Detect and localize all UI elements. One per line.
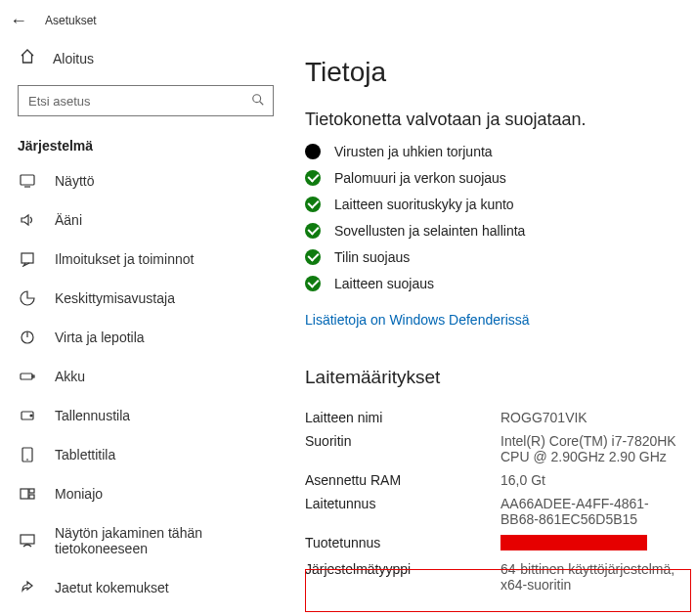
sidebar-item-battery[interactable]: Akku (0, 357, 291, 396)
svg-line-1 (260, 101, 264, 105)
svg-rect-2 (21, 175, 34, 185)
spec-device-id: Laitetunnus AA66ADEE-A4FF-4861-BB68-861E… (305, 492, 686, 531)
sidebar: Aloitus Etsi asetus Järjestelmä Näyttö Ä… (0, 41, 291, 616)
sidebar-item-sound[interactable]: Ääni (0, 200, 291, 240)
home-label: Aloitus (53, 51, 94, 66)
spec-device-name: Laitteen nimi ROGG701VIK (305, 406, 686, 429)
back-icon[interactable]: ← (10, 11, 27, 31)
sidebar-item-projecting[interactable]: Näytön jakaminen tähän tietokoneeseen (0, 513, 291, 568)
sidebar-item-storage[interactable]: Tallennustila (0, 396, 291, 435)
home-button[interactable]: Aloitus (0, 41, 291, 75)
svg-rect-15 (29, 495, 34, 499)
display-icon (20, 173, 35, 189)
status-device: Laitteen suojaus (305, 276, 686, 291)
tablet-icon (20, 447, 35, 462)
redacted-product-id (500, 535, 647, 550)
defender-link[interactable]: Lisätietoja on Windows Defenderissä (305, 312, 530, 328)
projecting-icon (20, 533, 35, 549)
sidebar-item-shared[interactable]: Jaetut kokemukset (0, 568, 291, 607)
check-icon (305, 170, 321, 186)
sidebar-item-focus[interactable]: Keskittymisavustaja (0, 279, 291, 318)
sidebar-item-tablet[interactable]: Tablettitila (0, 435, 291, 474)
security-status-list: Virusten ja uhkien torjunta Palomuuri ja… (305, 144, 686, 291)
section-title: Järjestelmä (0, 130, 291, 161)
svg-rect-13 (21, 489, 28, 499)
power-icon (20, 330, 35, 345)
shared-icon (20, 580, 35, 595)
sound-icon (20, 212, 35, 228)
status-virus: Virusten ja uhkien torjunta (305, 144, 686, 159)
svg-point-10 (30, 415, 32, 417)
sidebar-item-multitask[interactable]: Moniajo (0, 474, 291, 513)
storage-icon (20, 408, 35, 423)
sidebar-item-notifications[interactable]: Ilmoitukset ja toiminnot (0, 240, 291, 279)
search-input[interactable]: Etsi asetus (18, 85, 274, 116)
check-icon (305, 197, 321, 212)
page-title: Tietoja (305, 57, 686, 88)
status-account: Tilin suojaus (305, 249, 686, 265)
check-icon (305, 223, 321, 239)
spec-product-id: Tuotetunnus (305, 531, 686, 557)
svg-rect-14 (29, 489, 34, 493)
search-placeholder: Etsi asetus (28, 94, 91, 109)
window-header: ← Asetukset (0, 0, 696, 41)
svg-point-0 (253, 94, 261, 102)
notifications-icon (20, 251, 35, 267)
svg-rect-8 (32, 375, 34, 377)
svg-rect-4 (22, 253, 33, 263)
focus-icon (20, 290, 35, 306)
battery-icon (20, 369, 35, 384)
status-firewall: Palomuuri ja verkon suojaus (305, 170, 686, 186)
search-icon (251, 93, 265, 110)
check-icon (305, 276, 321, 291)
specs-title: Laitemääritykset (305, 367, 686, 388)
main-content: Tietoja Tietokonetta valvotaan ja suojat… (291, 41, 696, 616)
spec-system-type: Järjestelmätyyppi 64-bittinen käyttöjärj… (305, 557, 686, 596)
sidebar-item-display[interactable]: Näyttö (0, 161, 291, 200)
check-icon (305, 249, 321, 265)
sidebar-item-power[interactable]: Virta ja lepotila (0, 318, 291, 357)
app-title: Asetukset (45, 14, 97, 27)
home-icon (20, 49, 35, 67)
spec-ram: Asennettu RAM 16,0 Gt (305, 468, 686, 492)
svg-rect-7 (21, 374, 32, 379)
spec-processor: Suoritin Intel(R) Core(TM) i7-7820HK CPU… (305, 429, 686, 468)
security-subtitle: Tietokonetta valvotaan ja suojataan. (305, 110, 686, 130)
status-health: Laitteen suorituskyky ja kunto (305, 197, 686, 212)
status-app: Sovellusten ja selainten hallinta (305, 223, 686, 239)
warning-icon (305, 144, 321, 159)
svg-rect-16 (21, 535, 34, 544)
multitask-icon (20, 486, 35, 502)
